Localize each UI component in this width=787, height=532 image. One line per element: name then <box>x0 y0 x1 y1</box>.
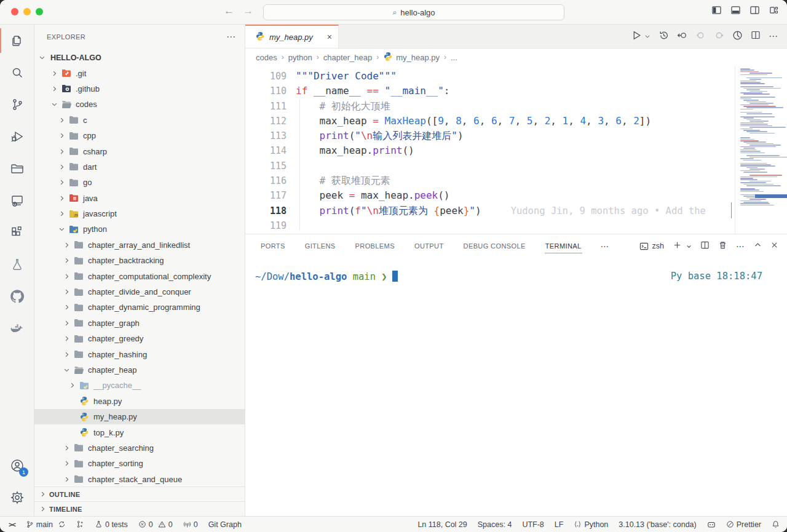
tree-item-hello-algo[interactable]: HELLO-ALGO <box>34 50 245 65</box>
maximize-panel-icon[interactable] <box>754 240 762 252</box>
status-remote-indicator[interactable]: >< <box>9 520 15 529</box>
toggle-sidebar-icon[interactable] <box>712 6 721 15</box>
minimap[interactable] <box>735 66 787 234</box>
code-line-113[interactable]: 113 print("\n输入列表并建堆后") <box>245 129 787 143</box>
status-notifications[interactable] <box>772 520 780 528</box>
tree-item-c[interactable]: c <box>34 113 245 128</box>
kill-terminal-icon[interactable] <box>718 240 727 252</box>
tree-item-cpp[interactable]: cpp <box>34 128 245 143</box>
tree-item-chapter-stack-and-queue[interactable]: chapter_stack_and_queue <box>34 472 245 487</box>
explorer-more-actions-icon[interactable]: ⋯ <box>226 31 236 42</box>
status-encoding[interactable]: UTF-8 <box>522 520 544 529</box>
testing-view-icon[interactable] <box>0 248 34 280</box>
status-copilot[interactable] <box>707 520 716 529</box>
explorer-view-icon[interactable] <box>0 25 34 57</box>
project-manager-view-icon[interactable] <box>0 153 34 185</box>
tree-item-chapter-searching[interactable]: chapter_searching <box>34 440 245 456</box>
github-view-icon[interactable] <box>0 280 34 312</box>
search-view-icon[interactable] <box>0 57 34 89</box>
panel-tab-output[interactable]: OUTPUT <box>414 239 445 253</box>
toggle-panel-icon[interactable] <box>731 6 740 15</box>
status-prettier[interactable]: Prettier <box>726 520 761 529</box>
source-control-view-icon[interactable] <box>0 89 34 121</box>
tree-item-python[interactable]: python <box>34 221 245 237</box>
remote-explorer-view-icon[interactable] <box>0 185 34 216</box>
file-history-icon[interactable] <box>658 30 669 43</box>
status-git-graph[interactable]: Git Graph <box>208 520 242 529</box>
code-line-112[interactable]: 112 max_heap = MaxHeap([9, 8, 6, 6, 7, 5… <box>245 114 787 129</box>
panel-tab-ports[interactable]: PORTS <box>260 239 286 253</box>
tree-item-codes[interactable]: codes <box>34 97 245 112</box>
status-git-branch[interactable]: main <box>26 520 66 529</box>
tree-item-chapter-divide-and-conquer[interactable]: chapter_divide_and_conquer <box>34 284 245 300</box>
commit-graph-icon[interactable] <box>732 30 743 43</box>
tree-item-chapter-backtracking[interactable]: chapter_backtracking <box>34 253 245 268</box>
panel-more-actions-icon[interactable]: ⋯ <box>736 241 745 251</box>
code-line-114[interactable]: 114 max_heap.print() <box>245 143 787 158</box>
run-dropdown-icon[interactable] <box>644 31 651 42</box>
close-window-button[interactable] <box>11 8 18 15</box>
editor-more-actions-icon[interactable]: ⋯ <box>769 31 778 42</box>
status-language-mode[interactable]: Python <box>574 520 608 529</box>
extensions-view-icon[interactable] <box>0 216 34 248</box>
tree-item-chapter-hashing[interactable]: chapter_hashing <box>34 346 245 362</box>
terminal-dropdown-icon[interactable] <box>686 240 692 252</box>
tab-close-icon[interactable]: × <box>327 32 332 42</box>
status-eol[interactable]: LF <box>555 520 564 529</box>
status-gitlens-compare[interactable] <box>76 520 84 528</box>
terminal-shell-item[interactable]: zsh <box>639 242 664 251</box>
open-changes-icon[interactable] <box>677 30 687 43</box>
terminal-view[interactable]: ~/Dow/hello-algo main ❯ Py base 18:18:47 <box>245 258 787 282</box>
zoom-window-button[interactable] <box>36 8 43 15</box>
panel-tab-gitlens[interactable]: GITLENS <box>304 239 336 253</box>
close-panel-icon[interactable] <box>770 240 778 252</box>
tree-item-my-heap-py[interactable]: my_heap.py <box>34 409 245 424</box>
tree-item--pycache-[interactable]: __pycache__ <box>34 378 245 393</box>
code-line-110[interactable]: 110if __name__ == "__main__": <box>245 84 787 98</box>
tree-item--git[interactable]: .git <box>34 65 245 81</box>
toggle-secondary-sidebar-icon[interactable] <box>750 6 759 15</box>
breadcrumb-item-python[interactable]: python <box>288 53 312 62</box>
tree-item-chapter-greedy[interactable]: chapter_greedy <box>34 331 245 346</box>
panel-more-tabs-icon[interactable]: ⋯ <box>601 241 610 251</box>
code-line-117[interactable]: 117 peek = max_heap.peek() <box>245 188 787 203</box>
tree-item-top-k-py[interactable]: top_k.py <box>34 424 245 440</box>
history-back-button[interactable]: ← <box>224 5 234 17</box>
status-problems[interactable]: 00 <box>138 520 173 529</box>
tree-item--github[interactable]: .github <box>34 81 245 97</box>
tree-item-chapter-graph[interactable]: chapter_graph <box>34 316 245 331</box>
status-test-status[interactable]: 0 tests <box>95 520 128 529</box>
history-forward-button[interactable]: → <box>243 5 253 17</box>
code-line-118[interactable]: 118 print(f"\n堆顶元素为 {peek}")Yudong Jin, … <box>245 204 787 218</box>
code-line-111[interactable]: 111 # 初始化大顶堆 <box>245 99 787 114</box>
status-forwarded-ports[interactable]: 0 <box>183 520 198 529</box>
command-center-search[interactable]: ⌕ hello-algo <box>263 4 564 20</box>
tree-item-chapter-computational-complexity[interactable]: chapter_computational_complexity <box>34 268 245 284</box>
run-python-file-icon[interactable] <box>631 30 642 43</box>
tree-item-csharp[interactable]: csharp <box>34 143 245 159</box>
tree-item-javascript[interactable]: JSjavascript <box>34 206 245 221</box>
panel-tab-debug-console[interactable]: DEBUG CONSOLE <box>463 239 526 253</box>
tree-item-go[interactable]: go <box>34 175 245 190</box>
tab-my-heap[interactable]: my_heap.py × <box>245 25 339 48</box>
tree-item-java[interactable]: java <box>34 191 245 206</box>
new-terminal-icon[interactable] <box>673 240 682 252</box>
sidebar-section-timeline[interactable]: TIMELINE <box>34 501 245 516</box>
settings-gear-icon[interactable] <box>0 482 34 514</box>
docker-view-icon[interactable] <box>0 312 34 344</box>
run-debug-view-icon[interactable] <box>0 121 34 153</box>
split-editor-icon[interactable] <box>751 30 761 42</box>
customize-layout-icon[interactable] <box>769 6 778 15</box>
code-line-119[interactable]: 119 <box>245 218 787 233</box>
breadcrumb-item--[interactable]: ... <box>451 53 457 62</box>
tree-item-heap-py[interactable]: heap.py <box>34 394 245 409</box>
code-editor[interactable]: 109"""Driver Code"""110if __name__ == "_… <box>245 66 787 234</box>
breadcrumb-item-codes[interactable]: codes <box>256 53 277 62</box>
panel-tab-terminal[interactable]: TERMINAL <box>545 239 582 253</box>
code-line-116[interactable]: 116 # 获取堆顶元素 <box>245 173 787 188</box>
status-python-interpreter[interactable]: 3.10.13 ('base': conda) <box>619 520 696 529</box>
accounts-icon[interactable]: 1 <box>0 450 34 482</box>
split-terminal-icon[interactable] <box>700 240 710 252</box>
breadcrumb-item-chapter-heap[interactable]: chapter_heap <box>323 53 373 62</box>
sidebar-section-outline[interactable]: OUTLINE <box>34 486 245 501</box>
